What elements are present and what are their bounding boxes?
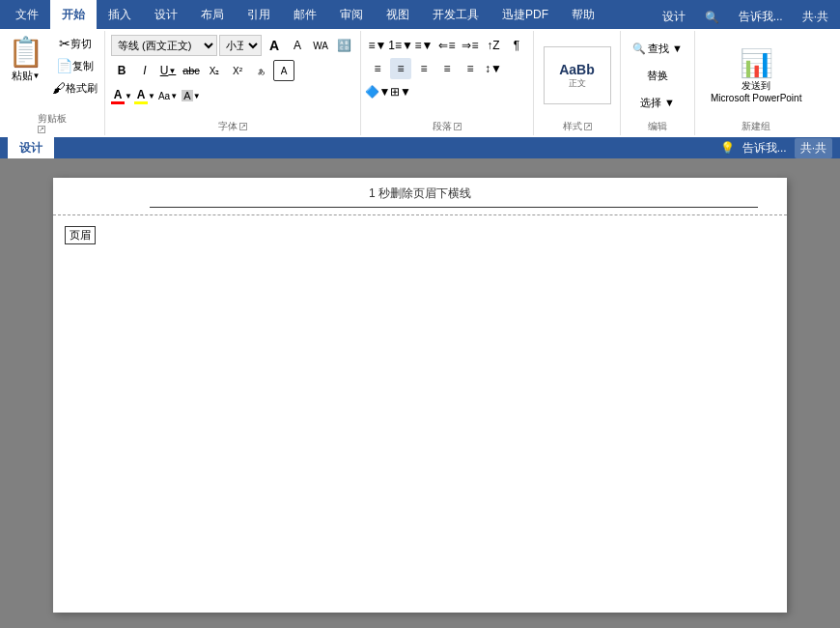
new-group-label: 新建组 (742, 118, 770, 133)
font-color-button[interactable]: A ▼ (111, 85, 132, 106)
font-expand[interactable]: ↗ (239, 123, 247, 130)
powerpoint-icon: 📊 (740, 47, 773, 79)
user-account[interactable]: 共·共 (795, 5, 836, 29)
paragraph-group: ≡▼ 1≡▼ ≡▼ ⇐≡ ⇒≡ ↑Z ¶ ≡ ≡ ≡ ≡ ≡ ↕▼ 🔷▼ ⊞▼ (361, 31, 534, 135)
styles-group: AaBb 正文 样式 ↗ (534, 31, 621, 135)
font-group: 等线 (西文正文) 小五 A A WA 🔠 B I U▼ abc X₂ X² ぁ (105, 31, 361, 135)
clipboard-buttons: 📋 粘贴▼ ✂ 剪切 📄 复制 (4, 33, 100, 99)
tab-mail[interactable]: 邮件 (282, 0, 328, 29)
tab-design-right[interactable]: 设计 (655, 5, 693, 29)
bold-button[interactable]: B (111, 60, 132, 81)
line-spacing-button[interactable]: ↕▼ (483, 58, 504, 79)
clipboard-label: 剪贴板 ↗ (38, 110, 67, 133)
paragraph-expand[interactable]: ↗ (454, 123, 462, 130)
tell-me-label[interactable]: 告诉我... (742, 140, 787, 157)
document-area: 1 秒删除页眉下横线 页眉 (0, 158, 840, 628)
styles-label: 样式 ↗ (563, 118, 592, 133)
powerpoint-label: 发送到Microsoft PowerPoint (711, 79, 801, 104)
tab-design[interactable]: 设计 (143, 0, 189, 29)
underline-button[interactable]: U▼ (157, 60, 179, 81)
char-border-button[interactable]: A (273, 60, 294, 81)
tab-references[interactable]: 引用 (236, 0, 282, 29)
para-row2: ≡ ≡ ≡ ≡ ≡ ↕▼ (367, 58, 527, 79)
wubi-button[interactable]: WA (310, 35, 331, 56)
font-row1: 等线 (西文正文) 小五 A A WA 🔠 (111, 35, 354, 56)
italic-button[interactable]: I (134, 60, 155, 81)
document-page: 1 秒删除页眉下横线 页眉 (53, 178, 787, 613)
superscript-button[interactable]: X² (227, 60, 248, 81)
powerpoint-content: 📊 发送到Microsoft PowerPoint (699, 33, 813, 118)
cut-button[interactable]: ✂ 剪切 (49, 33, 100, 54)
case-button[interactable]: Aa▼ (157, 85, 179, 106)
strikethrough-button[interactable]: abc (181, 60, 202, 81)
tab-pdf[interactable]: 迅捷PDF (490, 0, 560, 29)
styles-preview[interactable]: AaBb 正文 (544, 46, 611, 104)
edit-content: 🔍查找 ▼ 替换 选择 ▼ (625, 33, 690, 118)
font-family-select[interactable]: 等线 (西文正文) (111, 35, 217, 56)
tab-review[interactable]: 审阅 (328, 0, 375, 29)
justify-button[interactable]: ≡ (436, 58, 458, 79)
highlight-button[interactable]: A ▼ (134, 85, 155, 106)
header-underline-dashed (53, 214, 787, 215)
align-left-button[interactable]: ≡ (367, 58, 388, 79)
select-button[interactable]: 选择 ▼ (636, 91, 679, 114)
send-to-powerpoint-button[interactable]: 📊 发送到Microsoft PowerPoint (703, 43, 809, 108)
paragraph-label: 段落 ↗ (433, 118, 462, 133)
ribbon-right-tabs: 设计 🔍 告诉我... 共·共 (655, 5, 840, 29)
tab-developer[interactable]: 开发工具 (421, 0, 490, 29)
clipboard-group: 📋 粘贴▼ ✂ 剪切 📄 复制 (0, 31, 105, 135)
char-shading-button[interactable]: A ▼ (181, 85, 202, 106)
decrease-indent-button[interactable]: ⇐≡ (436, 35, 458, 56)
tell-me-icon[interactable]: 🔍 (697, 7, 727, 28)
font-row2: B I U▼ abc X₂ X² ぁ A (111, 60, 354, 81)
phonetic-button[interactable]: ぁ (250, 60, 271, 81)
sort-button[interactable]: ↑Z (483, 35, 504, 56)
tab-layout[interactable]: 布局 (189, 0, 236, 29)
find-button[interactable]: 🔍查找 ▼ (629, 37, 686, 60)
styles-expand[interactable]: ↗ (584, 123, 592, 130)
font-shrink-button[interactable]: A (287, 35, 308, 56)
paste-icon: 📋 (8, 35, 43, 69)
border-button[interactable]: ⊞▼ (390, 81, 411, 102)
multilevel-button[interactable]: ≡▼ (413, 35, 434, 56)
show-marks-button[interactable]: ¶ (506, 35, 527, 56)
paste-label: 粘贴▼ (12, 69, 41, 83)
edit-group: 🔍查找 ▼ 替换 选择 ▼ 编辑 (621, 31, 695, 135)
bullets-button[interactable]: ≡▼ (367, 35, 388, 56)
format-painter-button[interactable]: 🖌 格式刷 (49, 77, 100, 99)
copy-button[interactable]: 📄 复制 (49, 55, 100, 76)
paste-button[interactable]: 📋 粘贴▼ (4, 33, 47, 85)
edit-label: 编辑 (648, 118, 667, 133)
subscript-button[interactable]: X₂ (204, 60, 225, 81)
right-icons: 💡 告诉我... 共·共 (720, 138, 832, 158)
ribbon-tab-bar: 文件 开始 插入 设计 布局 引用 邮件 审阅 视图 开发工具 迅捷PDF 帮助… (0, 0, 840, 29)
tab-home[interactable]: 开始 (50, 0, 97, 29)
align-right-button[interactable]: ≡ (413, 58, 434, 79)
clipboard-group-content: 📋 粘贴▼ ✂ 剪切 📄 复制 (4, 33, 100, 110)
header-underline-solid (150, 207, 758, 208)
tab-file[interactable]: 文件 (4, 0, 50, 29)
replace-button[interactable]: 替换 (643, 64, 672, 87)
design-active-tab[interactable]: 设计 (8, 137, 54, 158)
tab-help[interactable]: 帮助 (560, 0, 606, 29)
lightbulb-icon[interactable]: 💡 (720, 141, 735, 155)
distribute-button[interactable]: ≡ (460, 58, 481, 79)
shading-button[interactable]: 🔷▼ (367, 81, 388, 102)
tab-insert[interactable]: 插入 (97, 0, 143, 29)
align-center-button[interactable]: ≡ (390, 58, 411, 79)
new-group: 📊 发送到Microsoft PowerPoint 新建组 (695, 31, 817, 135)
font-size-select[interactable]: 小五 (219, 35, 262, 56)
user-icon[interactable]: 共·共 (795, 138, 832, 158)
clipboard-small-buttons: ✂ 剪切 📄 复制 🖌 格式刷 (49, 33, 100, 99)
clipboard-expand[interactable]: ↗ (38, 126, 45, 133)
tab-view[interactable]: 视图 (375, 0, 421, 29)
tell-me-text[interactable]: 告诉我... (731, 5, 791, 29)
increase-indent-button[interactable]: ⇒≡ (460, 35, 481, 56)
numbering-button[interactable]: 1≡▼ (390, 35, 411, 56)
clear-format-button[interactable]: 🔠 (333, 35, 354, 56)
font-grow-button[interactable]: A (264, 35, 285, 56)
design-tab-bar: 设计 💡 告诉我... 共·共 (0, 137, 840, 158)
font-row3: A ▼ A ▼ Aa▼ A ▼ (111, 85, 354, 106)
ribbon-content: 📋 粘贴▼ ✂ 剪切 📄 复制 (0, 29, 840, 137)
header-instruction-text: 1 秒删除页眉下横线 (150, 178, 690, 202)
